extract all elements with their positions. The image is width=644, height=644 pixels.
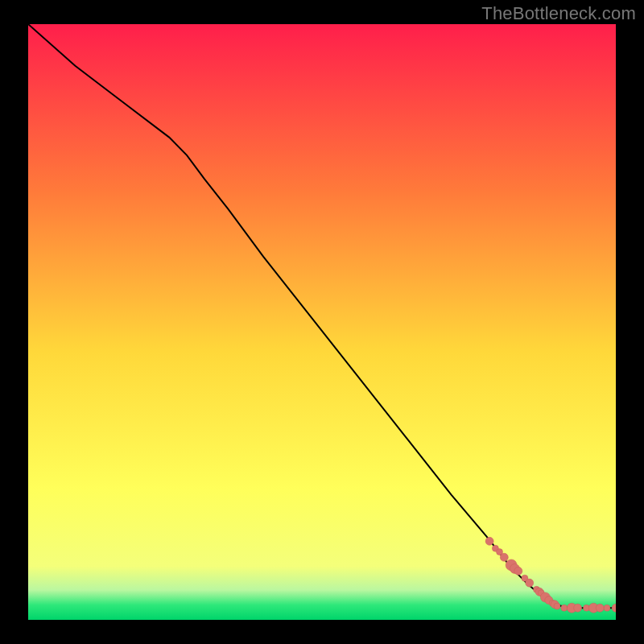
data-point: [574, 604, 582, 612]
data-point: [485, 537, 493, 545]
data-point: [500, 553, 508, 561]
plot-svg: [28, 24, 616, 620]
chart-frame: TheBottleneck.com: [0, 0, 644, 644]
watermark-text: TheBottleneck.com: [481, 3, 636, 24]
data-point: [596, 604, 604, 612]
data-point: [604, 605, 610, 611]
plot-area: [28, 24, 616, 620]
data-point: [554, 603, 560, 609]
gradient-background: [28, 24, 616, 620]
data-point: [561, 605, 568, 611]
data-point: [514, 567, 522, 575]
data-point: [526, 579, 534, 587]
